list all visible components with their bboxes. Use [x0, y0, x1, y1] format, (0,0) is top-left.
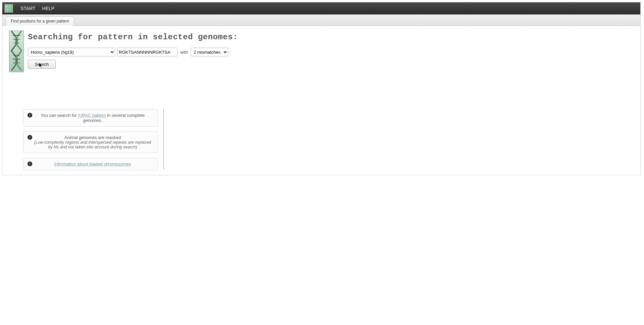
app-logo-icon[interactable]	[4, 4, 13, 13]
genome-select[interactable]: Homo_sapiens (hg19)	[28, 48, 115, 56]
info-box-chromosomes: i Information about loaded chromosomes	[23, 158, 158, 170]
with-label: with	[180, 50, 189, 55]
page-title: Searching for pattern in selected genome…	[28, 33, 634, 42]
info-icon: i	[28, 161, 32, 166]
tab-bar: Find positions for a given pattern	[2, 14, 640, 26]
pattern-input[interactable]	[117, 48, 178, 56]
top-menubar: START HELP	[2, 2, 640, 14]
chromosome-info-link[interactable]: Information about loaded chromosomes	[54, 161, 131, 167]
mismatch-select[interactable]: 2 mismatches	[191, 48, 228, 56]
info-column: i You can search for IUPAC pattern in se…	[23, 109, 163, 175]
menu-start[interactable]: START	[17, 4, 39, 12]
info-box-masked: i Animal genomes are masked (Low complex…	[23, 131, 158, 153]
info-note: (Low complexity regions and interspersed…	[32, 140, 153, 149]
search-form-row: Homo_sapiens (hg19) with 2 mismatches	[28, 48, 634, 56]
vertical-separator	[163, 109, 164, 170]
info-zone: i You can search for IUPAC pattern in se…	[23, 109, 640, 175]
info-icon: i	[28, 135, 32, 140]
info-icon: i	[28, 113, 32, 118]
search-button[interactable]: Search	[28, 60, 56, 69]
info-text: You can search for	[41, 113, 78, 118]
main-column: Searching for pattern in selected genome…	[28, 31, 634, 69]
info-box-iupac: i You can search for IUPAC pattern in se…	[23, 109, 158, 127]
app-frame: START HELP Find positions for a given pa…	[2, 2, 641, 175]
iupac-pattern-link[interactable]: IUPAC pattern	[78, 113, 106, 118]
menu-help[interactable]: HELP	[39, 4, 58, 12]
info-title: Animal genomes are masked	[32, 135, 153, 140]
content-area: Searching for pattern in selected genome…	[2, 26, 640, 92]
tab-find-positions[interactable]: Find positions for a given pattern	[6, 16, 74, 26]
dna-helix-icon	[9, 31, 24, 72]
